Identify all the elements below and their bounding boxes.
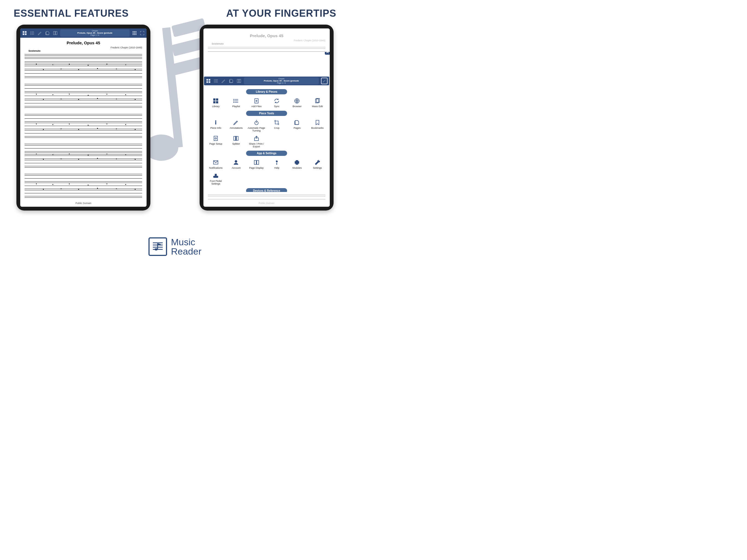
- page-layout-icon[interactable]: [52, 30, 58, 36]
- bg-score-composer: Frederic Chopin (1810-1849): [208, 39, 325, 42]
- menu-title-chip[interactable]: Chopin Prelude, Opus 45 - Score (prelude…: [244, 77, 319, 84]
- svg-rect-28: [206, 81, 208, 83]
- pages-stack-icon[interactable]: [229, 78, 234, 84]
- browser-icon: [294, 98, 300, 104]
- svg-rect-36: [237, 79, 239, 82]
- score-tempo-text: Sostenuto: [28, 50, 142, 52]
- playlist-icon: [233, 98, 239, 104]
- svg-point-35: [214, 82, 215, 82]
- tile-add-files[interactable]: Add Files: [247, 97, 266, 108]
- staff-system: [25, 173, 142, 200]
- mass-edit-icon: [314, 98, 321, 104]
- bg-score-title: Prelude, Opus 45: [208, 33, 325, 38]
- tile-playlist[interactable]: Playlist: [226, 97, 246, 108]
- right-tablet: Prelude, Opus 45 Frederic Chopin (1810-1…: [200, 25, 334, 210]
- tile-sync[interactable]: Sync: [267, 97, 286, 108]
- tile-label: Settings: [313, 167, 322, 170]
- tile-label: Foot Pedal Settings: [206, 180, 225, 185]
- pencil-icon: [233, 119, 239, 126]
- svg-rect-8: [25, 34, 27, 35]
- score-footer-text: Public Domain: [25, 201, 142, 205]
- tile-label: Playlist: [232, 105, 240, 108]
- tile-bookmarks[interactable]: Bookmarks: [308, 119, 327, 133]
- staff-system: [25, 83, 142, 110]
- title-piece: Prelude, Opus 45 - Score (prelude: [264, 80, 299, 82]
- tile-browser[interactable]: Browser: [287, 97, 307, 108]
- tile-pages[interactable]: Pages: [287, 119, 307, 133]
- tile-label: Browser: [292, 105, 302, 108]
- bg-score-footer: Public Domain: [208, 201, 325, 205]
- score-title-chip[interactable]: Chopin Prelude, Opus 45 - Score (prelude…: [60, 29, 130, 36]
- tile-mass-edit[interactable]: Mass Edit: [308, 97, 327, 108]
- svg-rect-68: [257, 160, 259, 164]
- svg-point-23: [133, 34, 133, 35]
- tile-account[interactable]: Account: [226, 159, 246, 170]
- tile-label: Account: [232, 167, 241, 170]
- svg-point-34: [214, 81, 215, 81]
- tile-share-print-export[interactable]: Share / Print / Export: [247, 134, 266, 149]
- close-icon[interactable]: ✕: [325, 52, 330, 55]
- svg-point-20: [133, 33, 133, 34]
- pages-stack-icon[interactable]: [45, 30, 50, 36]
- tile-annotations[interactable]: Annotations: [226, 119, 246, 133]
- page-layout-icon[interactable]: [236, 78, 242, 84]
- svg-point-12: [30, 32, 31, 32]
- svg-rect-55: [215, 122, 216, 124]
- tile-page-setup[interactable]: Page Setup: [206, 134, 225, 149]
- fullscreen-icon[interactable]: [139, 30, 145, 36]
- tile-splitter[interactable]: Splitter: [226, 134, 246, 149]
- tile-piece-info[interactable]: Piece Info: [206, 119, 225, 133]
- tile-label: Library: [212, 105, 220, 108]
- tile-foot-pedal-settings[interactable]: Foot Pedal Settings: [206, 172, 225, 186]
- svg-point-69: [277, 164, 277, 164]
- pages-icon: [294, 119, 300, 126]
- wrench-icon: [314, 159, 321, 166]
- tile-label: Bookmarks: [311, 127, 324, 130]
- title-page: Page 1 / 4: [91, 34, 99, 36]
- tile-crop[interactable]: Crop: [267, 119, 286, 133]
- svg-rect-5: [23, 31, 24, 32]
- headline-right: AT YOUR FINGERTIPS: [226, 8, 336, 19]
- crop-icon: [274, 119, 280, 126]
- section-header-app-settings: App & Settings: [246, 151, 287, 156]
- svg-rect-26: [206, 79, 208, 80]
- tile-auto-page-turning[interactable]: Automatic Page Turning: [247, 119, 266, 133]
- tile-help[interactable]: Help: [267, 159, 286, 170]
- apps-grid-icon[interactable]: [132, 30, 137, 36]
- brand: Music Reader: [0, 237, 350, 256]
- svg-point-13: [30, 33, 31, 33]
- tile-modules[interactable]: Modules: [287, 159, 307, 170]
- tile-label: Modules: [292, 167, 302, 170]
- svg-point-25: [136, 34, 136, 35]
- svg-point-19: [136, 31, 136, 32]
- svg-rect-39: [216, 99, 218, 100]
- library-grid-icon[interactable]: [22, 30, 27, 36]
- person-icon: [233, 159, 239, 166]
- tile-label: Mass Edit: [312, 105, 323, 108]
- library-grid-icon[interactable]: [206, 78, 211, 84]
- edit-icon[interactable]: [321, 78, 328, 84]
- pencil-icon[interactable]: [221, 78, 226, 84]
- question-icon: [274, 159, 280, 166]
- svg-point-24: [134, 34, 135, 35]
- library-icon: [212, 98, 219, 104]
- tile-notifications[interactable]: Notifications: [206, 159, 225, 170]
- score-toolbar: Chopin Prelude, Opus 45 - Score (prelude…: [20, 28, 147, 38]
- tile-label: Crop: [274, 127, 279, 130]
- tile-page-display[interactable]: Page Display: [247, 159, 266, 170]
- left-tablet: Chopin Prelude, Opus 45 - Score (prelude…: [17, 25, 150, 210]
- svg-rect-40: [213, 101, 215, 103]
- tile-library[interactable]: Library: [206, 97, 225, 108]
- menu-toolbar: Chopin Prelude, Opus 45 - Score (prelude…: [204, 77, 329, 85]
- svg-rect-7: [23, 34, 24, 35]
- mail-icon: [212, 159, 219, 166]
- menu-content: Library & Pieces Library Playlist Add Fi…: [203, 85, 330, 192]
- tile-label: Annotations: [230, 127, 243, 130]
- list-icon[interactable]: [213, 78, 219, 84]
- svg-point-18: [134, 31, 135, 32]
- add-files-icon: [253, 98, 260, 104]
- pencil-icon[interactable]: [37, 30, 43, 36]
- score-title-text: Prelude, Opus 45: [25, 41, 142, 45]
- tile-settings[interactable]: Settings: [308, 159, 327, 170]
- list-icon[interactable]: [29, 30, 35, 36]
